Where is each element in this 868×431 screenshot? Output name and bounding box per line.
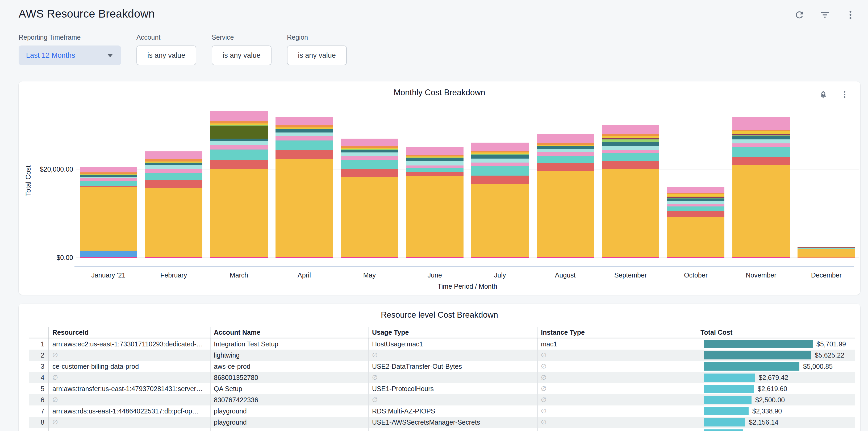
column-header-usage-type[interactable]: Usage Type — [368, 327, 537, 338]
bar-segment-series-lime[interactable] — [602, 140, 659, 143]
bar-segment-series-teal[interactable] — [80, 181, 137, 186]
bar-segment-series-pink[interactable] — [471, 162, 529, 166]
bar-segment-series-aqua[interactable] — [537, 149, 594, 152]
bar-segment-series-toppink[interactable] — [667, 187, 725, 193]
bar-segment-series-amber[interactable] — [471, 184, 529, 257]
bar-segment-series-toppink[interactable] — [341, 138, 398, 146]
bar-segment-series-toppink[interactable] — [602, 125, 659, 134]
bar-segment-series-darkteal[interactable] — [80, 175, 137, 177]
bar-segment-series-toppink[interactable] — [406, 147, 464, 155]
bar-segment-series-red[interactable] — [471, 176, 529, 184]
bar-segment-series-orange[interactable] — [341, 146, 398, 148]
bar-segment-series-magenta[interactable] — [798, 257, 855, 258]
stacked-bar-1[interactable] — [80, 167, 137, 258]
bar-segment-series-red[interactable] — [145, 180, 203, 188]
bar-segment-series-pink[interactable] — [145, 169, 203, 173]
refresh-icon[interactable] — [794, 9, 805, 21]
bar-segment-series-teal[interactable] — [145, 173, 203, 180]
bar-segment-series-magenta[interactable] — [471, 257, 529, 258]
stacked-bar-10[interactable] — [667, 187, 725, 258]
bar-segment-series-pink[interactable] — [602, 150, 659, 153]
bar-segment-series-amber[interactable] — [145, 188, 203, 257]
bar-segment-series-pink[interactable] — [667, 204, 725, 207]
stacked-bar-8[interactable] — [537, 134, 594, 258]
bar-segment-series-darkteal[interactable] — [145, 163, 203, 165]
bar-segment-series-amber[interactable] — [667, 217, 725, 257]
bar-segment-series-red[interactable] — [667, 211, 725, 217]
bar-segment-series-red[interactable] — [276, 150, 333, 159]
stacked-bar-12[interactable] — [798, 247, 855, 258]
bar-segment-series-toppink[interactable] — [733, 117, 790, 130]
bar-segment-series-pink[interactable] — [406, 165, 464, 168]
bar-segment-series-red[interactable] — [733, 157, 790, 165]
bar-segment-series-red[interactable] — [210, 160, 268, 168]
bar-segment-series-pink[interactable] — [341, 156, 398, 160]
bar-segment-series-amber[interactable] — [341, 177, 398, 257]
region-filter-button[interactable]: is any value — [287, 45, 347, 65]
bar-segment-series-darkteal[interactable] — [210, 138, 268, 141]
stacked-bar-9[interactable] — [602, 125, 659, 258]
bar-segment-series-toppink[interactable] — [80, 167, 137, 172]
bar-segment-series-toppink[interactable] — [210, 111, 268, 121]
bar-segment-series-teal[interactable] — [471, 166, 529, 176]
bar-segment-series-magenta[interactable] — [210, 257, 268, 258]
bar-segment-series-aqua[interactable] — [667, 201, 725, 204]
stacked-bar-5[interactable] — [341, 138, 398, 258]
bar-segment-series-aqua[interactable] — [406, 161, 464, 165]
bar-segment-series-orange[interactable] — [276, 125, 333, 127]
bar-segment-series-pink[interactable] — [80, 178, 137, 181]
bar-segment-series-magenta[interactable] — [341, 257, 398, 258]
bar-segment-series-magenta[interactable] — [537, 257, 594, 258]
bar-segment-series-amber[interactable] — [80, 187, 137, 251]
bar-segment-series-darkteal[interactable] — [667, 198, 725, 201]
bar-segment-series-teal[interactable] — [341, 160, 398, 169]
bar-segment-series-amber[interactable] — [798, 249, 855, 257]
filter-icon[interactable] — [819, 9, 831, 21]
bar-segment-series-magenta[interactable] — [145, 257, 203, 258]
bar-segment-series-darkteal[interactable] — [276, 129, 333, 132]
bar-segment-series-red[interactable] — [602, 161, 659, 169]
bar-segment-series-magenta[interactable] — [80, 257, 137, 258]
bar-segment-series-amber[interactable] — [602, 169, 659, 257]
bar-segment-series-amber[interactable] — [210, 169, 268, 257]
bar-segment-series-toppink[interactable] — [471, 143, 529, 151]
bar-segment-series-olive[interactable] — [210, 126, 268, 138]
bar-segment-series-gold[interactable] — [471, 152, 529, 155]
bar-segment-series-aqua[interactable] — [210, 141, 268, 146]
bar-segment-series-amber[interactable] — [733, 165, 790, 257]
bar-segment-series-pink[interactable] — [276, 136, 333, 141]
bar-segment-series-darkteal[interactable] — [341, 150, 398, 153]
stacked-bar-2[interactable] — [145, 151, 203, 258]
bar-segment-series-magenta[interactable] — [667, 257, 725, 258]
bar-segment-series-amber[interactable] — [276, 159, 333, 257]
bar-segment-series-darkteal[interactable] — [733, 136, 790, 140]
bar-segment-series-aqua[interactable] — [341, 152, 398, 156]
bar-segment-series-teal[interactable] — [667, 207, 725, 211]
stacked-bar-6[interactable] — [406, 147, 464, 258]
bar-segment-series-amber[interactable] — [406, 176, 464, 257]
bar-segment-series-pink[interactable] — [537, 152, 594, 156]
column-header-account-name[interactable]: Account Name — [210, 327, 368, 338]
bar-segment-series-teal[interactable] — [537, 156, 594, 163]
stacked-bar-11[interactable] — [733, 117, 790, 258]
bar-segment-series-magenta[interactable] — [733, 257, 790, 258]
bar-segment-series-magenta[interactable] — [406, 257, 464, 258]
bar-segment-series-orange[interactable] — [537, 143, 594, 145]
bar-segment-series-gold[interactable] — [602, 136, 659, 138]
bar-segment-series-red[interactable] — [341, 169, 398, 178]
bar-segment-series-toppink[interactable] — [537, 134, 594, 143]
bar-segment-series-aqua[interactable] — [145, 165, 203, 169]
column-header-resourceid[interactable]: ResourceId — [49, 327, 210, 338]
bar-segment-series-darkteal[interactable] — [537, 146, 594, 149]
timeframe-dropdown[interactable]: Last 12 Months — [19, 45, 121, 65]
bar-segment-series-darkteal[interactable] — [602, 142, 659, 146]
bar-segment-series-aqua[interactable] — [602, 146, 659, 150]
column-header-instance-type[interactable]: Instance Type — [537, 327, 697, 338]
bar-segment-series-red[interactable] — [406, 172, 464, 176]
bar-segment-series-gold[interactable] — [667, 194, 725, 196]
bar-segment-series-magenta[interactable] — [276, 257, 333, 258]
account-filter-button[interactable]: is any value — [136, 45, 196, 65]
bar-segment-series-darkteal[interactable] — [471, 155, 529, 158]
bar-segment-series-teal[interactable] — [406, 168, 464, 172]
bar-segment-series-gold[interactable] — [733, 131, 790, 134]
